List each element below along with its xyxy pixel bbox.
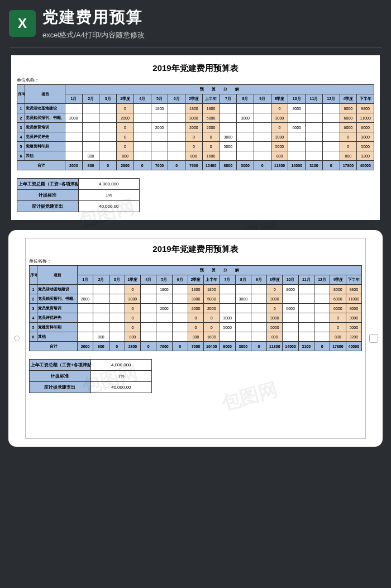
table-row: 6其他80080080016008008003200 bbox=[17, 151, 374, 161]
sheet-title: 2019年党建费用预算表 bbox=[29, 244, 362, 255]
table-row: 2党员购买报刊、书籍、音像资料2000200030005000300030006… bbox=[30, 294, 362, 304]
col-header: 上半年 bbox=[202, 94, 220, 104]
th-item: 项目 bbox=[25, 85, 65, 104]
col-header: 1月 bbox=[65, 94, 83, 104]
col-header: 8月 bbox=[237, 94, 254, 104]
unit-label: 单位名称： bbox=[29, 258, 362, 264]
budget-table: 序号 项目 预 算 分 解 1月2月3月1季度4月5月6月2季度上半年7月8月9… bbox=[17, 84, 374, 170]
col-header: 7月 bbox=[220, 275, 235, 285]
table-row: 4党员评优评先0003000300003000 bbox=[17, 132, 374, 142]
table-row: 1党员活动基地建设01800180018000800080009800 bbox=[30, 285, 362, 294]
col-header: 9月 bbox=[254, 94, 271, 104]
summary-table: 上年工资总额（工资+各项津贴）4,000,000 计提标准1% 应计提党建支出4… bbox=[29, 359, 152, 393]
col-header: 1月 bbox=[78, 275, 93, 285]
col-header: 3月 bbox=[109, 275, 125, 285]
col-header: 8月 bbox=[235, 275, 251, 285]
col-header: 4季度 bbox=[340, 94, 357, 104]
banner: 党建费用预算 excel格式/A4打印/内容随意修改 bbox=[0, 0, 391, 47]
col-header: 5月 bbox=[151, 94, 168, 104]
table-row: 3党员教育培训02000200020000600060008000 bbox=[30, 304, 362, 313]
table-row: 4党员评优评先0003000300003000 bbox=[30, 313, 362, 323]
summary-table: 上年工资总额（工资+各项津贴）4,000,000 计提标准1% 应计提党建支出4… bbox=[17, 178, 140, 212]
col-header: 12月 bbox=[322, 94, 340, 104]
col-header: 下半年 bbox=[346, 275, 361, 285]
sum-row: 合计 200080002800 076000760010400 80003000… bbox=[17, 161, 374, 170]
col-header: 11月 bbox=[298, 275, 314, 285]
col-header: 2季度 bbox=[188, 275, 203, 285]
table-row: 5党建资料印刷0005000500005000 bbox=[17, 142, 374, 151]
table-row: 1党员活动基地建设01800180018000800080009800 bbox=[17, 104, 374, 113]
divider bbox=[9, 47, 382, 47]
banner-subtitle: excel格式/A4打印/内容随意修改 bbox=[42, 30, 145, 40]
col-header: 6月 bbox=[168, 94, 185, 104]
tablet-mockup: 2019年党建费用预算表 单位名称： 序号 项目 预 算 分 解 1月2月3月1… bbox=[8, 230, 383, 447]
table-row: 5党建资料印刷0005000500005000 bbox=[30, 323, 362, 332]
excel-icon bbox=[9, 10, 36, 37]
unit-label: 单位名称： bbox=[17, 77, 374, 83]
col-header: 4月 bbox=[141, 275, 156, 285]
col-header: 下半年 bbox=[357, 94, 374, 104]
budget-table: 序号 项目 预 算 分 解 1月2月3月1季度4月5月6月2季度上半年7月8月9… bbox=[29, 265, 362, 351]
col-header: 3月 bbox=[99, 94, 117, 104]
col-header: 12月 bbox=[314, 275, 330, 285]
month-header-row: 1月2月3月1季度4月5月6月2季度上半年7月8月9月3季度10月11月12月4… bbox=[17, 94, 374, 104]
table-row: 6其他80080080016008008003200 bbox=[30, 332, 362, 342]
col-header: 5月 bbox=[156, 275, 172, 285]
col-header: 2月 bbox=[82, 94, 99, 104]
col-header: 3季度 bbox=[267, 275, 283, 285]
sum-label: 合计 bbox=[17, 161, 65, 170]
col-header: 3季度 bbox=[271, 94, 288, 104]
th-seq: 序号 bbox=[17, 85, 25, 104]
col-header: 2季度 bbox=[185, 94, 203, 104]
sheet-title: 2019年党建费用预算表 bbox=[17, 63, 374, 74]
table-row: 3党员教育培训02000200020000600060008000 bbox=[17, 123, 374, 132]
col-header: 4月 bbox=[133, 94, 151, 104]
col-header: 9月 bbox=[251, 275, 266, 285]
th-group: 预 算 分 解 bbox=[65, 85, 374, 94]
table-row: 2党员购买报刊、书籍、音像资料2000200030005000300030006… bbox=[17, 113, 374, 123]
col-header: 上半年 bbox=[204, 275, 220, 285]
col-header: 10月 bbox=[288, 94, 306, 104]
col-header: 11月 bbox=[306, 94, 323, 104]
col-header: 1季度 bbox=[125, 275, 140, 285]
preview-page-1: 2019年党建费用预算表 单位名称： 序号 项目 预 算 分 解 1月2月3月1… bbox=[11, 55, 380, 220]
banner-title: 党建费用预算 bbox=[42, 7, 145, 28]
col-header: 7月 bbox=[220, 94, 237, 104]
col-header: 4季度 bbox=[330, 275, 346, 285]
col-header: 6月 bbox=[172, 275, 188, 285]
col-header: 1季度 bbox=[117, 94, 134, 104]
col-header: 10月 bbox=[283, 275, 298, 285]
col-header: 2月 bbox=[93, 275, 109, 285]
